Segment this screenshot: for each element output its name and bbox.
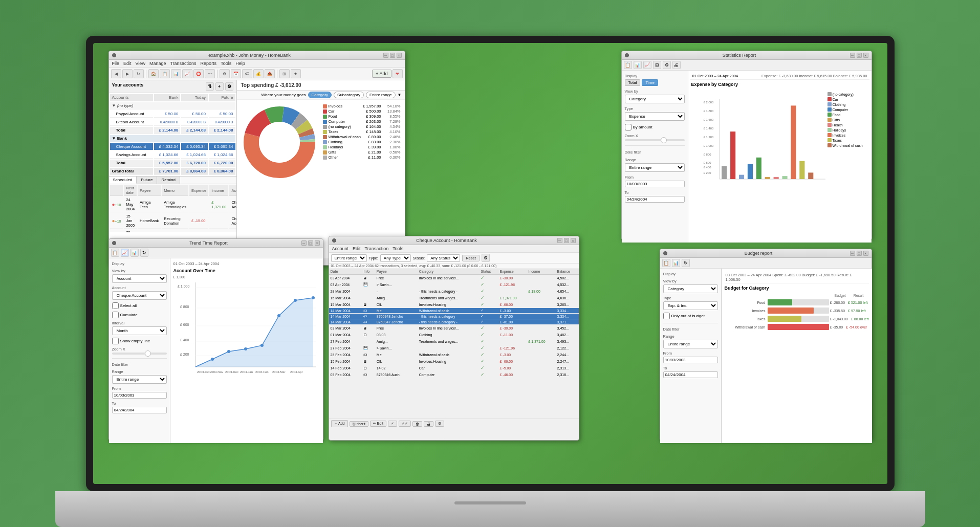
menu-file[interactable]: File	[112, 61, 120, 66]
reset-filter-btn[interactable]: Reset	[462, 255, 480, 261]
budget-range-select[interactable]: Entire range	[663, 340, 718, 348]
interval-select[interactable]: Month	[112, 326, 167, 335]
reconcile-btn[interactable]: ✓✓	[399, 421, 411, 427]
to-date-input[interactable]	[625, 196, 685, 203]
trend-icon-1[interactable]: 📋	[111, 249, 119, 257]
tag-btn[interactable]: 🏷	[242, 69, 252, 78]
table-row[interactable]: 25 Feb 2004 🏷 Me Withdrawal of cash ✓ £ …	[329, 352, 579, 358]
cheque-menu-transaction[interactable]: Transaction	[365, 246, 389, 251]
sched-row[interactable]: ●+10 25 Jan 2005 CIL Home sweet home £ -…	[110, 230, 236, 232]
add-transaction-footer-btn[interactable]: ＋ Add	[331, 420, 348, 427]
budget-min[interactable]: ─	[850, 251, 855, 256]
export-btn[interactable]: 📤	[265, 69, 275, 78]
budget-from-input[interactable]	[663, 357, 718, 363]
table-row[interactable]: 27 Feb 2004 💾 > Savin... ✓ £ -121.96 2,1…	[329, 345, 579, 352]
stats-icon-5[interactable]: ⚙	[663, 61, 671, 69]
table-row-highlighted[interactable]: 14 Mar 2004 🏷 Me Withdrawal of cash ✓ £ …	[329, 308, 579, 314]
cheque-menu-tools[interactable]: Tools	[393, 246, 403, 251]
menu-transactions[interactable]: Transactions	[170, 61, 196, 66]
budget-to-input[interactable]	[663, 371, 718, 378]
type-select[interactable]: Expense	[625, 112, 685, 121]
table-row[interactable]: 15 Feb 2004 🖥 CIL Invoices:Housing ✓ £ -…	[329, 358, 579, 365]
budget-icon-2[interactable]: 📊	[672, 259, 680, 267]
table-row[interactable]: 15 Mar 2004 Amig... Treatments and wages…	[329, 295, 579, 301]
account-btn[interactable]: 📋	[160, 69, 170, 78]
mode-total-btn[interactable]: Total	[625, 79, 641, 86]
cheque-max[interactable]: □	[564, 238, 569, 243]
sched-row[interactable]: ●+10 24 May 2004 Amiga Tech Amiga Techno…	[110, 197, 236, 212]
tab-remind[interactable]: Remind	[157, 177, 180, 184]
trend-to-input[interactable]	[112, 407, 167, 413]
menu-edit[interactable]: Edit	[123, 61, 132, 66]
table-row[interactable]: 01 Mar 2004 🗒 03.03 Clothing ✓ £ -11.00 …	[329, 332, 579, 338]
cheque-type-select[interactable]: Any Type	[380, 254, 411, 262]
filter-dropdown-icon[interactable]: ▼	[398, 93, 402, 97]
back-btn[interactable]: ◀	[111, 69, 121, 78]
budget-view-by-select[interactable]: Category	[663, 284, 718, 293]
clear-btn[interactable]: ✓	[388, 421, 397, 427]
filter-category-btn[interactable]: Category	[308, 92, 332, 98]
budget-type-select[interactable]: Exp. & Inc.	[663, 301, 718, 310]
cheque-close-dot[interactable]	[332, 238, 336, 243]
menu-tools[interactable]: Tools	[221, 61, 231, 66]
delete-btn[interactable]: 🗑	[412, 421, 422, 427]
trend-view-by-select[interactable]: Account	[112, 274, 167, 283]
table-row[interactable]: 14 Feb 2004 🗒 14.02 Car ✓ £ -5.00 2,313.…	[329, 365, 579, 371]
select-all-checkbox[interactable]	[112, 302, 119, 309]
cheque-filter-icon[interactable]: ⚙	[482, 254, 490, 262]
trend-max[interactable]: □	[308, 240, 313, 246]
trend-icon-2[interactable]: 📈	[121, 249, 129, 257]
accounts-icon-btn-1[interactable]: ⇅	[206, 82, 214, 91]
trend-zoom-handle[interactable]	[145, 350, 151, 357]
cheque-close[interactable]: ×	[571, 238, 576, 243]
show-empty-checkbox[interactable]	[112, 338, 119, 344]
close-btn[interactable]	[112, 53, 116, 57]
stats-close-dot[interactable]	[625, 53, 629, 57]
budget-close-dot[interactable]	[663, 251, 667, 255]
menu-help[interactable]: Help	[235, 61, 245, 66]
trend-close-dot[interactable]	[112, 241, 116, 245]
cheque-status-select[interactable]: Any Status	[427, 254, 460, 262]
menu-reports[interactable]: Reports	[201, 61, 217, 66]
bar-chart-btn[interactable]: 📈	[182, 69, 192, 78]
edit-transaction-btn[interactable]: ✏ Edit	[370, 421, 386, 427]
cumulate-checkbox[interactable]	[112, 312, 119, 318]
budget-close[interactable]: ×	[863, 251, 868, 256]
add-transaction-btn[interactable]: + Add	[372, 70, 391, 78]
star-btn[interactable]: ★	[291, 69, 301, 78]
zoom-handle[interactable]	[661, 137, 667, 143]
close-btn-x[interactable]: ×	[397, 53, 402, 58]
inherit-btn[interactable]: ⎘ Inherit	[350, 421, 368, 427]
table-row[interactable]: 15 Mar 2004 🖥 CIL Invoices:Housing ✓ £ -…	[329, 301, 579, 308]
trend-icon-3[interactable]: 📊	[130, 249, 139, 257]
accounts-icon-btn-3[interactable]: ⚙	[225, 82, 233, 91]
filter-range-btn[interactable]: Entire range	[366, 92, 396, 98]
trend-from-input[interactable]	[112, 392, 167, 399]
stats-min[interactable]: ─	[850, 53, 855, 58]
range-select[interactable]: Entire range	[625, 163, 685, 172]
accounts-icon-btn-2[interactable]: +	[215, 82, 224, 91]
filter-subcategory-btn[interactable]: Subcategory	[334, 92, 364, 98]
trend-close[interactable]: ×	[315, 240, 320, 246]
home-btn[interactable]: 🏠	[148, 69, 159, 78]
pie-btn[interactable]: ⭕	[193, 69, 204, 78]
table-row-highlighted[interactable]: 14 Mar 2004 🏷 8760947 Jericho - this nee…	[329, 319, 579, 325]
tab-scheduled[interactable]: Scheduled	[109, 177, 137, 184]
cheque-range-select[interactable]: Entire range	[331, 254, 367, 262]
savings-account-row[interactable]: Savings Account £ 1,024.66 £ 1,024.66 £ …	[110, 151, 235, 159]
budget-icon-3[interactable]: ↻	[682, 259, 690, 267]
trend-min[interactable]: ─	[301, 240, 307, 246]
budget-btn[interactable]: 💰	[253, 69, 264, 78]
chart-btn[interactable]: 📊	[171, 69, 181, 78]
trend-icon-4[interactable]: ↻	[140, 249, 148, 257]
trend-zoom-slider[interactable]	[112, 353, 167, 355]
line-btn[interactable]: 〰	[205, 69, 215, 78]
stats-icon-4[interactable]: ⊞	[653, 61, 661, 69]
stats-icon-3[interactable]: 📈	[643, 61, 651, 69]
stats-max[interactable]: □	[857, 53, 862, 58]
table-row-highlighted[interactable]: 14 Mar 2004 🏷 8760948 Jericho - this nee…	[329, 314, 579, 319]
view-by-select[interactable]: Category	[625, 95, 685, 103]
menu-view[interactable]: View	[136, 61, 145, 66]
from-date-input[interactable]	[625, 181, 685, 187]
table-row[interactable]: Paypal Account £ 50.00 £ 50.00 £ 50.00	[110, 111, 235, 118]
